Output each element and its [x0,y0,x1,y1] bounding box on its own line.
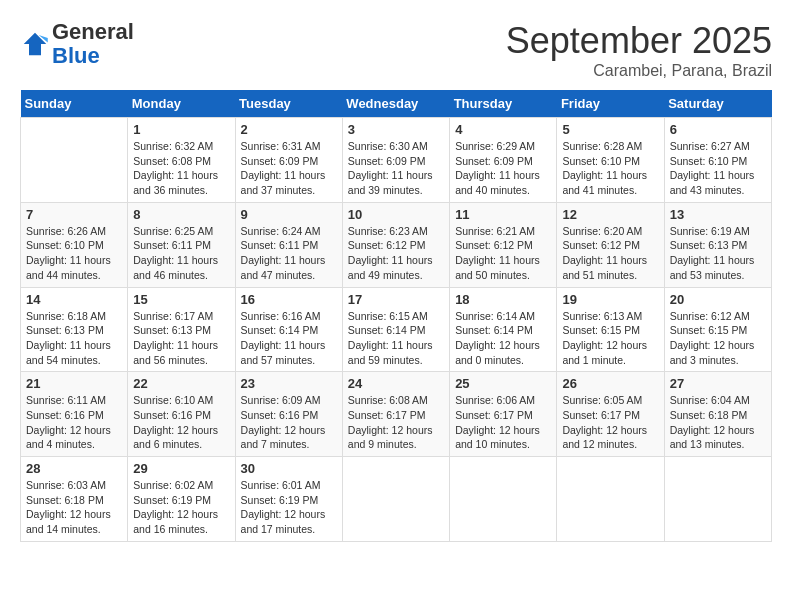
day-info: Sunrise: 6:26 AM Sunset: 6:10 PM Dayligh… [26,224,122,283]
calendar-week-row: 28Sunrise: 6:03 AM Sunset: 6:18 PM Dayli… [21,457,772,542]
day-info: Sunrise: 6:17 AM Sunset: 6:13 PM Dayligh… [133,309,229,368]
day-info: Sunrise: 6:04 AM Sunset: 6:18 PM Dayligh… [670,393,766,452]
day-info: Sunrise: 6:01 AM Sunset: 6:19 PM Dayligh… [241,478,337,537]
calendar-cell: 2Sunrise: 6:31 AM Sunset: 6:09 PM Daylig… [235,118,342,203]
calendar-cell: 22Sunrise: 6:10 AM Sunset: 6:16 PM Dayli… [128,372,235,457]
calendar-week-row: 14Sunrise: 6:18 AM Sunset: 6:13 PM Dayli… [21,287,772,372]
day-number: 30 [241,461,337,476]
calendar-cell: 1Sunrise: 6:32 AM Sunset: 6:08 PM Daylig… [128,118,235,203]
day-info: Sunrise: 6:18 AM Sunset: 6:13 PM Dayligh… [26,309,122,368]
calendar-cell: 30Sunrise: 6:01 AM Sunset: 6:19 PM Dayli… [235,457,342,542]
day-number: 25 [455,376,551,391]
calendar-cell: 9Sunrise: 6:24 AM Sunset: 6:11 PM Daylig… [235,202,342,287]
day-info: Sunrise: 6:08 AM Sunset: 6:17 PM Dayligh… [348,393,444,452]
day-number: 9 [241,207,337,222]
calendar-cell: 23Sunrise: 6:09 AM Sunset: 6:16 PM Dayli… [235,372,342,457]
day-number: 19 [562,292,658,307]
column-header-friday: Friday [557,90,664,118]
day-info: Sunrise: 6:29 AM Sunset: 6:09 PM Dayligh… [455,139,551,198]
calendar-cell: 27Sunrise: 6:04 AM Sunset: 6:18 PM Dayli… [664,372,771,457]
day-info: Sunrise: 6:09 AM Sunset: 6:16 PM Dayligh… [241,393,337,452]
day-number: 14 [26,292,122,307]
day-info: Sunrise: 6:19 AM Sunset: 6:13 PM Dayligh… [670,224,766,283]
calendar-cell: 3Sunrise: 6:30 AM Sunset: 6:09 PM Daylig… [342,118,449,203]
day-number: 28 [26,461,122,476]
logo: General Blue [20,20,134,68]
day-number: 20 [670,292,766,307]
day-info: Sunrise: 6:10 AM Sunset: 6:16 PM Dayligh… [133,393,229,452]
location-subtitle: Carambei, Parana, Brazil [506,62,772,80]
day-number: 18 [455,292,551,307]
day-number: 22 [133,376,229,391]
day-info: Sunrise: 6:32 AM Sunset: 6:08 PM Dayligh… [133,139,229,198]
calendar-cell: 15Sunrise: 6:17 AM Sunset: 6:13 PM Dayli… [128,287,235,372]
day-info: Sunrise: 6:24 AM Sunset: 6:11 PM Dayligh… [241,224,337,283]
calendar-cell: 5Sunrise: 6:28 AM Sunset: 6:10 PM Daylig… [557,118,664,203]
day-number: 13 [670,207,766,222]
day-number: 15 [133,292,229,307]
day-info: Sunrise: 6:27 AM Sunset: 6:10 PM Dayligh… [670,139,766,198]
calendar-week-row: 1Sunrise: 6:32 AM Sunset: 6:08 PM Daylig… [21,118,772,203]
day-info: Sunrise: 6:12 AM Sunset: 6:15 PM Dayligh… [670,309,766,368]
calendar-cell: 17Sunrise: 6:15 AM Sunset: 6:14 PM Dayli… [342,287,449,372]
calendar-cell [342,457,449,542]
day-number: 6 [670,122,766,137]
calendar-cell: 13Sunrise: 6:19 AM Sunset: 6:13 PM Dayli… [664,202,771,287]
column-header-monday: Monday [128,90,235,118]
logo-icon [20,29,50,59]
calendar-cell: 8Sunrise: 6:25 AM Sunset: 6:11 PM Daylig… [128,202,235,287]
column-header-saturday: Saturday [664,90,771,118]
calendar-cell: 19Sunrise: 6:13 AM Sunset: 6:15 PM Dayli… [557,287,664,372]
day-info: Sunrise: 6:06 AM Sunset: 6:17 PM Dayligh… [455,393,551,452]
day-number: 12 [562,207,658,222]
day-number: 29 [133,461,229,476]
calendar-cell: 12Sunrise: 6:20 AM Sunset: 6:12 PM Dayli… [557,202,664,287]
day-number: 23 [241,376,337,391]
day-number: 16 [241,292,337,307]
calendar-cell: 20Sunrise: 6:12 AM Sunset: 6:15 PM Dayli… [664,287,771,372]
page-header: General Blue September 2025 Carambei, Pa… [20,20,772,80]
calendar-cell: 28Sunrise: 6:03 AM Sunset: 6:18 PM Dayli… [21,457,128,542]
day-info: Sunrise: 6:25 AM Sunset: 6:11 PM Dayligh… [133,224,229,283]
day-number: 3 [348,122,444,137]
month-title: September 2025 [506,20,772,62]
calendar-cell: 25Sunrise: 6:06 AM Sunset: 6:17 PM Dayli… [450,372,557,457]
calendar-cell: 7Sunrise: 6:26 AM Sunset: 6:10 PM Daylig… [21,202,128,287]
day-info: Sunrise: 6:21 AM Sunset: 6:12 PM Dayligh… [455,224,551,283]
day-number: 11 [455,207,551,222]
day-info: Sunrise: 6:02 AM Sunset: 6:19 PM Dayligh… [133,478,229,537]
calendar-cell [664,457,771,542]
day-number: 8 [133,207,229,222]
title-block: September 2025 Carambei, Parana, Brazil [506,20,772,80]
calendar-cell: 10Sunrise: 6:23 AM Sunset: 6:12 PM Dayli… [342,202,449,287]
day-info: Sunrise: 6:03 AM Sunset: 6:18 PM Dayligh… [26,478,122,537]
calendar-cell: 14Sunrise: 6:18 AM Sunset: 6:13 PM Dayli… [21,287,128,372]
logo-text: General Blue [52,20,134,68]
day-number: 2 [241,122,337,137]
day-info: Sunrise: 6:30 AM Sunset: 6:09 PM Dayligh… [348,139,444,198]
calendar-header-row: SundayMondayTuesdayWednesdayThursdayFrid… [21,90,772,118]
day-number: 10 [348,207,444,222]
calendar-cell: 26Sunrise: 6:05 AM Sunset: 6:17 PM Dayli… [557,372,664,457]
day-number: 1 [133,122,229,137]
day-info: Sunrise: 6:14 AM Sunset: 6:14 PM Dayligh… [455,309,551,368]
calendar-week-row: 7Sunrise: 6:26 AM Sunset: 6:10 PM Daylig… [21,202,772,287]
calendar-cell: 24Sunrise: 6:08 AM Sunset: 6:17 PM Dayli… [342,372,449,457]
day-number: 24 [348,376,444,391]
day-info: Sunrise: 6:20 AM Sunset: 6:12 PM Dayligh… [562,224,658,283]
calendar-cell [21,118,128,203]
day-info: Sunrise: 6:05 AM Sunset: 6:17 PM Dayligh… [562,393,658,452]
column-header-sunday: Sunday [21,90,128,118]
calendar-cell: 29Sunrise: 6:02 AM Sunset: 6:19 PM Dayli… [128,457,235,542]
column-header-wednesday: Wednesday [342,90,449,118]
calendar-table: SundayMondayTuesdayWednesdayThursdayFrid… [20,90,772,542]
svg-marker-0 [24,33,47,56]
calendar-cell [557,457,664,542]
day-number: 21 [26,376,122,391]
day-number: 26 [562,376,658,391]
calendar-cell: 11Sunrise: 6:21 AM Sunset: 6:12 PM Dayli… [450,202,557,287]
calendar-cell: 18Sunrise: 6:14 AM Sunset: 6:14 PM Dayli… [450,287,557,372]
day-info: Sunrise: 6:28 AM Sunset: 6:10 PM Dayligh… [562,139,658,198]
calendar-cell [450,457,557,542]
day-number: 7 [26,207,122,222]
